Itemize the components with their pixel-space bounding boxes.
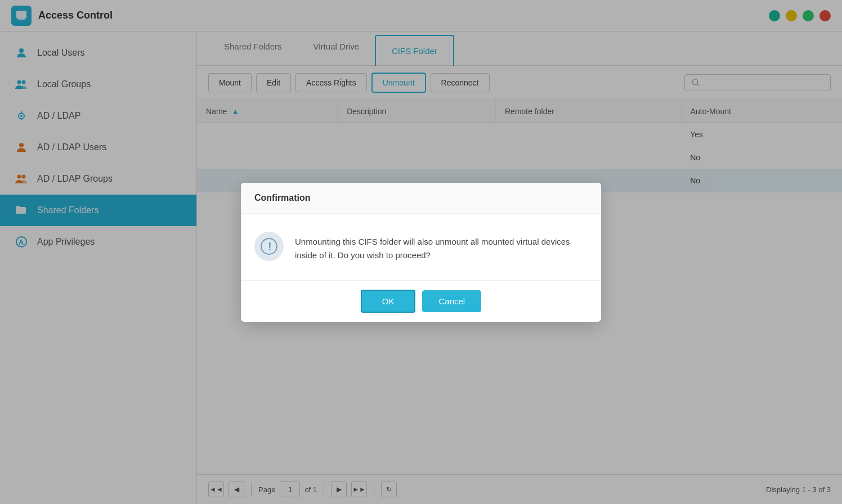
modal-ok-button[interactable]: OK: [361, 290, 416, 313]
modal-overlay: Confirmation ! Unmounting this CIFS fold…: [0, 0, 842, 504]
modal-footer: OK Cancel: [241, 280, 601, 322]
svg-text:!: !: [268, 240, 272, 253]
modal-body: ! Unmounting this CIFS folder will also …: [241, 214, 601, 280]
modal-header: Confirmation: [241, 183, 601, 214]
modal-cancel-button[interactable]: Cancel: [422, 290, 481, 312]
modal-message: Unmounting this CIFS folder will also un…: [295, 232, 588, 262]
modal-warning-icon: !: [254, 232, 284, 261]
confirmation-modal: Confirmation ! Unmounting this CIFS fold…: [241, 183, 601, 322]
